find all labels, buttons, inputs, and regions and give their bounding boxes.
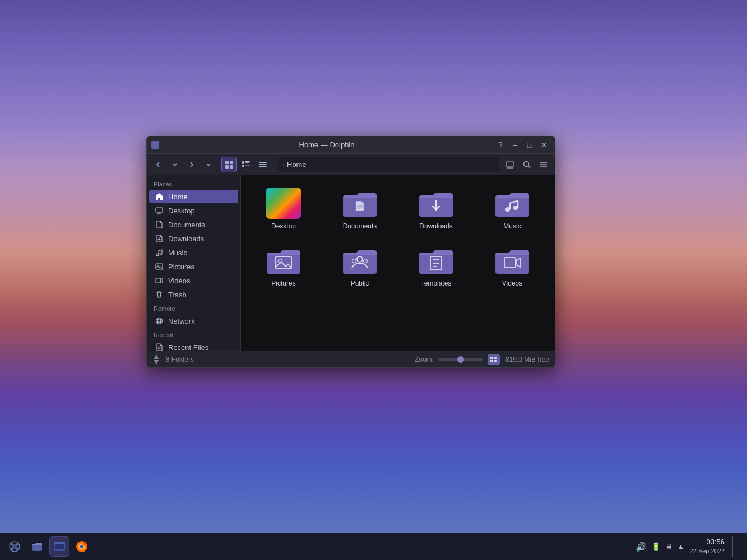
videos-icon [155, 276, 164, 285]
close-button[interactable]: ✕ [538, 139, 550, 151]
network-icon [155, 316, 164, 325]
file-item-music[interactable]: Music [476, 182, 548, 235]
videos-folder-icon [494, 245, 530, 276]
home-icon [155, 192, 164, 201]
file-item-public[interactable]: Public [324, 239, 396, 292]
search-button[interactable] [519, 157, 535, 172]
downloads-folder-icon [418, 188, 454, 219]
clock[interactable]: 03:56 22 Sep 2022 [690, 537, 725, 556]
taskbar-firefox[interactable] [72, 536, 92, 557]
toolbar-separator-2 [273, 159, 273, 170]
sidebar-item-videos[interactable]: Videos [149, 274, 238, 287]
tray-expand[interactable]: ▲ [678, 543, 684, 550]
svg-point-29 [158, 318, 161, 324]
status-arrows[interactable]: ▲ ▼ [152, 354, 160, 365]
system-tray: 🔊 🔋 🖥 ▲ [635, 542, 684, 552]
svg-text:📄: 📄 [354, 200, 365, 211]
zoom-thumb[interactable] [457, 356, 464, 363]
sidebar-label-trash: Trash [168, 291, 187, 299]
display-icon[interactable]: 🖥 [665, 542, 673, 551]
svg-rect-46 [267, 253, 300, 274]
sidebar: Places Home Desktop Documents [147, 175, 241, 351]
sidebar-item-downloads[interactable]: Downloads [149, 232, 238, 245]
file-item-pictures[interactable]: Pictures [248, 239, 319, 292]
svg-rect-10 [259, 162, 267, 163]
sidebar-item-documents[interactable]: Documents [149, 218, 238, 231]
svg-rect-20 [156, 208, 163, 212]
preview-button[interactable] [502, 157, 518, 172]
folder-count: 8 Folders [166, 356, 194, 363]
forward-dropdown-button[interactable] [201, 157, 216, 172]
svg-rect-58 [490, 360, 493, 362]
file-item-documents[interactable]: 📄 Documents [324, 182, 396, 235]
view-icons-button[interactable] [221, 157, 237, 172]
breadcrumb-area[interactable]: › Home [278, 157, 499, 172]
menu-button[interactable] [536, 157, 551, 172]
view-compact-button[interactable] [238, 157, 254, 172]
svg-rect-5 [245, 161, 250, 162]
file-item-downloads[interactable]: Downloads [400, 182, 472, 235]
file-area: Desktop 📄 Documents [241, 175, 555, 351]
help-button[interactable]: ? [494, 139, 507, 151]
taskbar-right: 🔊 🔋 🖥 ▲ 03:56 22 Sep 2022 [635, 536, 743, 557]
breadcrumb-separator: › [282, 161, 285, 169]
back-button[interactable] [150, 157, 166, 172]
recent-files-icon [155, 343, 164, 351]
battery-icon[interactable]: 🔋 [651, 542, 661, 551]
status-bar: ▲ ▼ 8 Folders Zoom: 819.0 MiB free [147, 351, 555, 367]
taskbar-left [4, 536, 92, 557]
kde-menu-button[interactable] [4, 536, 25, 557]
zoom-slider[interactable] [438, 358, 483, 361]
file-item-videos[interactable]: Videos [476, 239, 548, 292]
title-bar: Home — Dolphin ? − □ ✕ [147, 136, 555, 154]
minimize-button[interactable]: − [509, 139, 521, 151]
sidebar-label-videos: Videos [168, 277, 191, 285]
svg-rect-4 [242, 161, 244, 164]
svg-rect-13 [507, 161, 513, 167]
svg-rect-0 [225, 161, 229, 164]
sidebar-label-network: Network [168, 317, 195, 325]
sidebar-item-network[interactable]: Network [149, 314, 238, 328]
file-item-desktop[interactable]: Desktop [248, 182, 319, 235]
svg-point-61 [12, 544, 17, 549]
taskbar-dolphin[interactable] [49, 536, 69, 557]
sidebar-label-recent-files: Recent Files [168, 343, 208, 351]
forward-button[interactable] [184, 157, 199, 172]
maximize-button[interactable]: □ [523, 139, 536, 151]
sidebar-item-music[interactable]: Music [149, 246, 238, 259]
svg-rect-40 [495, 195, 529, 217]
recent-label: Recent [147, 328, 240, 340]
places-label: Places [147, 178, 240, 189]
svg-rect-11 [259, 164, 267, 165]
svg-point-62 [11, 543, 13, 545]
downloads-icon [155, 234, 164, 243]
file-name-music: Music [503, 222, 521, 230]
sidebar-item-recent-files[interactable]: Recent Files [149, 340, 238, 351]
toolbar: › Home [147, 154, 555, 175]
sidebar-label-downloads: Downloads [168, 235, 204, 243]
svg-point-15 [524, 161, 529, 166]
sidebar-label-pictures: Pictures [168, 263, 194, 271]
main-area: Places Home Desktop Documents [147, 175, 555, 351]
back-dropdown-button[interactable] [167, 157, 183, 172]
volume-icon[interactable]: 🔊 [635, 542, 647, 552]
sidebar-label-music: Music [168, 249, 187, 257]
sidebar-label-documents: Documents [168, 221, 205, 229]
sidebar-item-pictures[interactable]: Pictures [149, 260, 238, 273]
sidebar-item-trash[interactable]: Trash [149, 288, 238, 301]
show-desktop-button[interactable] [732, 536, 743, 557]
svg-point-28 [156, 318, 163, 324]
dolphin-window: Home — Dolphin ? − □ ✕ [146, 136, 555, 368]
zoom-label: Zoom: [415, 356, 434, 363]
view-details-button[interactable] [255, 157, 271, 172]
svg-rect-59 [494, 360, 497, 362]
zoom-control: Zoom: [415, 354, 500, 365]
templates-folder-icon [418, 245, 454, 276]
clock-date: 22 Sep 2022 [690, 547, 725, 556]
file-item-templates[interactable]: Templates [400, 239, 472, 292]
file-name-documents: Documents [343, 222, 377, 230]
sidebar-item-desktop[interactable]: Desktop [149, 204, 238, 217]
pictures-folder-icon [266, 245, 301, 276]
taskbar-file-manager[interactable] [27, 536, 47, 557]
sidebar-item-home[interactable]: Home [149, 190, 238, 203]
